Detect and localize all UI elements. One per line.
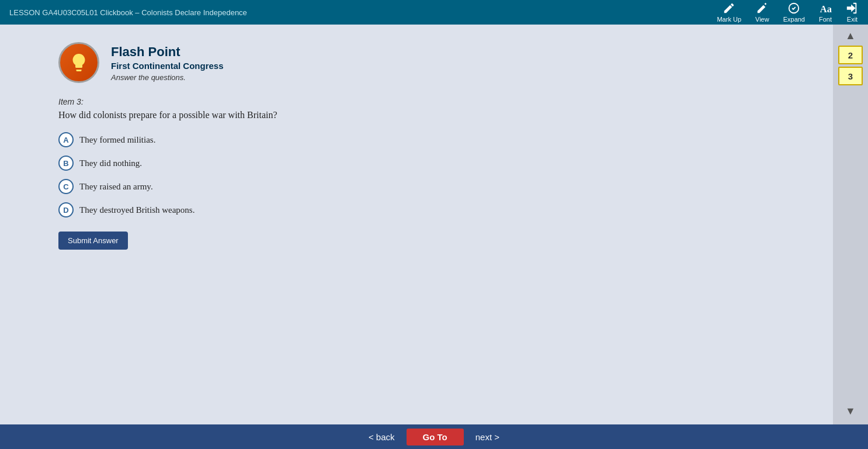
main-layout: Flash Point First Continental Congress A…: [0, 25, 868, 424]
option-a-text: They formed militias.: [79, 135, 155, 145]
font-button[interactable]: Aa Font: [819, 2, 832, 23]
view-button[interactable]: View: [755, 2, 769, 23]
content-area: Flash Point First Continental Congress A…: [0, 25, 833, 424]
expand-button[interactable]: Expand: [783, 2, 805, 23]
lightbulb-icon: [68, 52, 89, 73]
option-c-text: They raised an army.: [79, 182, 153, 192]
exit-icon: [846, 2, 859, 15]
flash-point-title: Flash Point: [111, 44, 224, 60]
option-d[interactable]: D They destroyed British weapons.: [58, 202, 810, 217]
lesson-title: LESSON GA4U03C05L01 Clickbook – Colonist…: [9, 8, 717, 17]
right-sidebar: ▲ 2 3 ▼: [833, 25, 868, 424]
bottom-bar: < back Go To next >: [0, 424, 868, 449]
option-b[interactable]: B They did nothing.: [58, 156, 810, 171]
markup-label: Mark Up: [717, 16, 741, 23]
font-icon: Aa: [819, 2, 832, 15]
view-label: View: [755, 16, 769, 23]
top-bar: LESSON GA4U03C05L01 Clickbook – Colonist…: [0, 0, 868, 25]
expand-icon: [787, 2, 800, 15]
sidebar-scroll-up[interactable]: ▲: [843, 28, 858, 43]
question-text: How did colonists prepare for a possible…: [58, 110, 810, 120]
option-d-circle: D: [58, 202, 74, 217]
page-3-button[interactable]: 3: [838, 67, 863, 85]
option-c-circle: C: [58, 179, 74, 194]
exit-button[interactable]: Exit: [846, 2, 859, 23]
header-subtitle: First Continental Congress: [111, 61, 224, 71]
item-label: Item 3:: [58, 97, 810, 106]
sidebar-scroll-down[interactable]: ▼: [843, 403, 858, 419]
options-list: A They formed militias. B They did nothi…: [58, 132, 810, 217]
markup-icon: [723, 2, 735, 15]
option-d-text: They destroyed British weapons.: [79, 205, 195, 215]
header-text: Flash Point First Continental Congress A…: [111, 42, 224, 82]
font-label: Font: [819, 16, 832, 23]
flash-point-icon: [58, 42, 99, 83]
expand-label: Expand: [783, 16, 805, 23]
back-button[interactable]: < back: [357, 432, 407, 442]
option-a[interactable]: A They formed militias.: [58, 132, 810, 147]
header-instruction: Answer the questions.: [111, 73, 224, 82]
svg-text:Aa: Aa: [820, 4, 832, 15]
option-a-circle: A: [58, 132, 74, 147]
page-2-button[interactable]: 2: [838, 46, 863, 64]
next-button[interactable]: next >: [464, 432, 511, 442]
option-c[interactable]: C They raised an army.: [58, 179, 810, 194]
toolbar: Mark Up View Expand Aa Font Exit: [717, 2, 859, 23]
header-card: Flash Point First Continental Congress A…: [58, 42, 810, 83]
goto-button[interactable]: Go To: [407, 429, 464, 445]
option-b-circle: B: [58, 156, 74, 171]
option-b-text: They did nothing.: [79, 158, 142, 168]
submit-answer-button[interactable]: Submit Answer: [58, 232, 128, 250]
exit-label: Exit: [847, 16, 857, 23]
view-icon: [756, 2, 769, 15]
mark-up-button[interactable]: Mark Up: [717, 2, 741, 23]
